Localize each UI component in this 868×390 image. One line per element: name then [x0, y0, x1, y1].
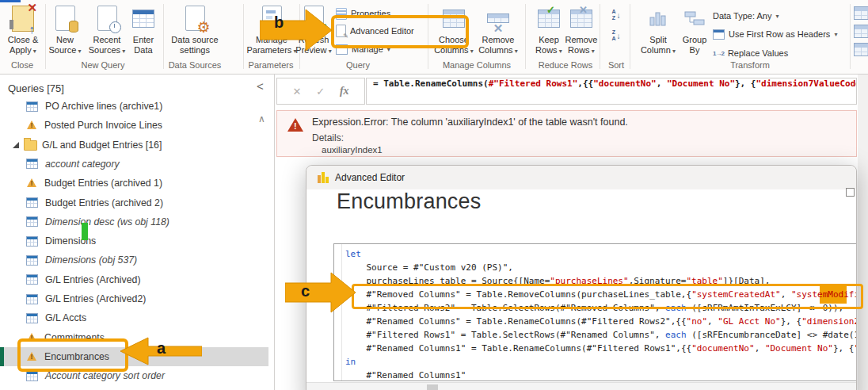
choose-columns-label: Choose Columns	[434, 35, 474, 55]
query-item-account-category-sort-order[interactable]: Account category sort order	[0, 366, 268, 385]
combine-files-icon[interactable]	[854, 43, 868, 56]
ribbon: ✕↑ Close & Apply Close New Source Recent…	[0, 0, 868, 75]
table-headers-icon	[713, 29, 725, 40]
dialog-titlebar[interactable]: Advanced Editor	[306, 166, 856, 189]
query-item-g-l-accts[interactable]: G/L Accts	[0, 308, 268, 327]
query-item-po-archive-lines-archive1[interactable]: PO Archive lines (archive1)	[0, 97, 268, 116]
query-item-g-l-entries-archived2[interactable]: G/L Entries (Archived2)	[0, 289, 268, 308]
query-item-budget-entries-archived-1[interactable]: Budget Entries (archived 1)	[0, 174, 268, 193]
new-source-icon	[55, 2, 75, 34]
group-divider	[243, 4, 244, 69]
collapse-pane-icon[interactable]: <	[257, 79, 264, 93]
close-apply-button[interactable]: ✕↑ Close & Apply	[2, 2, 44, 59]
keep-rows-label: Keep Rows	[535, 35, 562, 55]
sort-az-icon: A Z	[611, 9, 615, 21]
sort-descending-button[interactable]: Z A↓	[607, 27, 626, 44]
sort-za-icon: Z A	[611, 29, 615, 41]
use-first-row-label: Use First Row as Headers	[729, 29, 830, 39]
new-source-button[interactable]: New Source	[46, 2, 84, 59]
query-item-label: G/L Entries (Archived2)	[45, 293, 146, 304]
query-item-dimension-desc-ws-obj-118[interactable]: Dimension desc (ws obj 118)	[0, 212, 268, 231]
remove-columns-button[interactable]: ✕ Remove Columns	[475, 2, 521, 59]
choose-columns-button[interactable]: Choose Columns	[432, 2, 475, 59]
query-item-label: G/L Accts	[45, 312, 86, 323]
group-by-button[interactable]: Group By	[678, 2, 711, 59]
replace-values-label: Replace Values	[728, 48, 788, 58]
sort-down-arrow-icon: ↓	[617, 11, 621, 20]
group-label-manage-columns: Manage Columns	[443, 60, 511, 70]
close-apply-icon: ✕↑	[12, 2, 34, 34]
table-icon	[26, 101, 38, 112]
query-item-label: Dimensions (obj 537)	[45, 254, 137, 266]
data-type-label: Data Type: Any	[713, 11, 771, 21]
append-queries-icon[interactable]	[854, 25, 868, 38]
scrollbar-thumb[interactable]	[427, 384, 438, 390]
background-strip	[858, 75, 868, 390]
error-details-label: Details:	[312, 132, 344, 143]
data-source-settings-label: Data source settings	[171, 35, 218, 55]
choose-columns-icon	[443, 2, 465, 34]
formula-bar-controls: ✕ ✓ fx	[276, 78, 365, 105]
merge-queries-icon[interactable]	[854, 6, 868, 20]
table-icon	[26, 236, 38, 247]
properties-button[interactable]: Properties	[336, 6, 390, 21]
table-icon	[26, 274, 38, 285]
query-item-label: Posted Purch Invoice Lines	[44, 120, 162, 131]
recent-sources-button[interactable]: Recent Sources	[86, 2, 128, 59]
sort-ascending-button[interactable]: A Z↓	[607, 6, 626, 24]
close-apply-label: Close & Apply	[8, 35, 39, 55]
query-item-dimensions[interactable]: Dimensions	[0, 231, 268, 250]
group-divider	[163, 4, 164, 69]
use-first-row-as-headers-button[interactable]: Use First Row as Headers	[713, 26, 837, 42]
expanded-arrow-icon[interactable]	[13, 142, 19, 148]
group-by-label: Group By	[683, 35, 707, 55]
power-bi-logo-icon	[318, 172, 329, 183]
enter-data-icon	[132, 2, 154, 34]
group-label-close: Close	[11, 60, 33, 70]
advanced-editor-icon	[336, 25, 346, 37]
error-details-value: auxiliaryIndex1	[322, 145, 383, 155]
error-message: Expression.Error: The column 'auxiliaryI…	[312, 117, 628, 128]
split-column-button[interactable]: Split Column	[637, 2, 680, 59]
query-item-account-category[interactable]: account category	[0, 155, 268, 174]
replace-values-icon: 1→2	[713, 50, 724, 57]
recent-sources-icon	[97, 2, 117, 34]
query-item-label: G/L and Budget Entries [16]	[42, 140, 162, 151]
warning-icon	[26, 352, 37, 361]
annotation-letter-b: b	[274, 13, 284, 32]
query-item-g-l-and-budget-entries-16[interactable]: G/L and Budget Entries [16]	[0, 136, 268, 155]
group-divider	[850, 4, 851, 69]
folder-icon	[24, 140, 37, 151]
horizontal-scrollbar[interactable]	[306, 382, 856, 390]
table-icon	[26, 197, 38, 208]
warning-icon	[26, 178, 37, 188]
query-item-g-l-entries-archived[interactable]: G/L Entries (Archived)	[0, 270, 268, 289]
manage-button[interactable]: Manage	[336, 41, 390, 57]
code-editor[interactable]: let Source = #"Custom v20 (PS)", purchas…	[333, 243, 857, 381]
group-label-query: Query	[346, 60, 370, 70]
properties-icon	[336, 8, 347, 20]
display-options-icon[interactable]	[846, 188, 855, 197]
enter-data-button[interactable]: Enter Data	[127, 2, 160, 59]
keep-rows-button[interactable]: ✓ Keep Rows	[531, 2, 566, 59]
sort-down-arrow-icon: ↓	[617, 32, 621, 40]
advanced-editor-button[interactable]: Advanced Editor	[336, 23, 414, 39]
query-item-dimensions-obj-537[interactable]: Dimensions (obj 537)	[0, 250, 268, 270]
query-item-label: PO Archive lines (archive1)	[45, 101, 162, 112]
annotation-arrow-c	[285, 271, 356, 314]
data-type-button[interactable]: Data Type: Any	[713, 8, 779, 24]
formula-input[interactable]: = Table.RenameColumns(#"Filtered Rows1",…	[366, 78, 857, 105]
error-warning-icon	[287, 118, 303, 132]
commit-formula-icon[interactable]: ✓	[316, 86, 325, 98]
data-source-settings-button[interactable]: ⚙ Data source settings	[166, 2, 224, 59]
query-item-label: Encumbrances	[44, 351, 109, 362]
cancel-formula-icon[interactable]: ✕	[292, 86, 301, 98]
green-highlight-mark	[82, 223, 88, 240]
query-item-posted-purch-invoice-lines[interactable]: Posted Purch Invoice Lines	[0, 116, 268, 135]
remove-rows-button[interactable]: ✕ Remove Rows	[562, 2, 600, 59]
annotation-letter-a: a	[157, 339, 166, 358]
advanced-editor-dialog: Advanced Editor Encumbrances let Source …	[306, 165, 857, 390]
group-label-reduce-rows: Reduce Rows	[539, 60, 592, 70]
replace-values-button[interactable]: 1→2 Replace Values	[713, 45, 788, 61]
query-item-budget-entries-archived-2[interactable]: Budget Entries (archived 2)	[0, 193, 268, 212]
